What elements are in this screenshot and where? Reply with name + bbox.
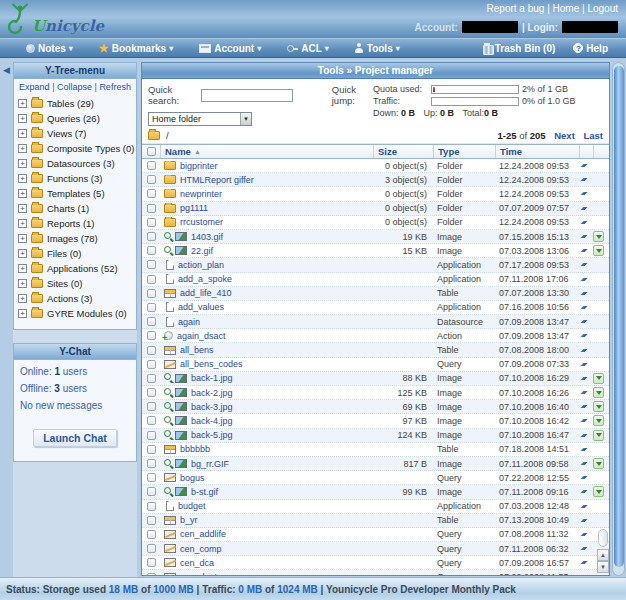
column-header-size[interactable]: Size <box>373 145 433 158</box>
preview-magnifier-icon[interactable] <box>164 373 173 383</box>
file-name-link[interactable]: bg_rr.GIF <box>191 459 229 469</box>
scroll-up-button[interactable]: ▲ <box>597 549 609 561</box>
sidebar-item-composite[interactable]: +Composite Types (0) <box>18 141 136 156</box>
edit-pencil-icon[interactable] <box>579 207 588 210</box>
expand-plus-icon[interactable]: + <box>18 174 27 183</box>
edit-pencil-icon[interactable] <box>579 235 588 238</box>
edit-pencil-icon[interactable] <box>579 547 588 550</box>
edit-pencil-icon[interactable] <box>579 391 588 394</box>
edit-pencil-icon[interactable] <box>579 349 588 352</box>
expand-plus-icon[interactable]: + <box>18 144 27 153</box>
edit-pencil-icon[interactable] <box>579 278 588 281</box>
edit-pencil-icon[interactable] <box>579 505 588 508</box>
help-button[interactable]: ? Help <box>573 43 608 54</box>
download-button[interactable] <box>593 458 604 469</box>
edit-pencil-icon[interactable] <box>579 263 588 266</box>
row-checkbox[interactable] <box>147 360 156 369</box>
sidebar-item-actions[interactable]: +Actions (3) <box>18 291 136 306</box>
row-checkbox[interactable] <box>147 416 156 425</box>
row-checkbox[interactable] <box>147 516 156 525</box>
row-checkbox[interactable] <box>147 346 156 355</box>
expand-plus-icon[interactable]: + <box>18 249 27 258</box>
row-checkbox[interactable] <box>147 246 156 255</box>
row-checkbox[interactable] <box>147 204 156 213</box>
column-header-name[interactable]: Name▲ <box>160 145 373 158</box>
row-checkbox[interactable] <box>147 189 156 198</box>
file-name-link[interactable]: cen_dept <box>180 572 217 575</box>
row-checkbox[interactable] <box>147 175 156 184</box>
file-name-link[interactable]: again <box>178 317 200 327</box>
edit-pencil-icon[interactable] <box>579 462 588 465</box>
file-name-link[interactable]: pg1111 <box>180 203 208 213</box>
expand-plus-icon[interactable]: + <box>18 129 27 138</box>
edit-pencil-icon[interactable] <box>579 561 588 564</box>
quick-search-input[interactable] <box>201 89 293 102</box>
file-name-link[interactable]: back-3.jpg <box>191 402 233 412</box>
row-checkbox[interactable] <box>147 487 156 496</box>
collapse-link[interactable]: Collapse <box>57 82 92 92</box>
toolbar-item-account[interactable]: Account▾ <box>199 43 261 54</box>
sidebar-item-reports[interactable]: +Reports (1) <box>18 216 136 231</box>
file-name-link[interactable]: bbbbbb <box>180 444 210 454</box>
sidebar-item-queries[interactable]: +Queries (26) <box>18 111 136 126</box>
expand-plus-icon[interactable]: + <box>18 234 27 243</box>
edit-pencil-icon[interactable] <box>579 178 588 181</box>
preview-magnifier-icon[interactable] <box>164 430 173 440</box>
edit-pencil-icon[interactable] <box>579 419 588 422</box>
row-checkbox[interactable] <box>147 161 156 170</box>
next-page-link[interactable]: Next <box>554 130 575 141</box>
current-folder-icon[interactable] <box>148 131 160 140</box>
sidebar-item-templates[interactable]: +Templates (5) <box>18 186 136 201</box>
edit-pencil-icon[interactable] <box>579 292 588 295</box>
row-checkbox[interactable] <box>147 558 156 567</box>
row-checkbox[interactable] <box>147 573 156 575</box>
download-button[interactable] <box>593 387 604 398</box>
row-checkbox[interactable] <box>147 530 156 539</box>
file-name-link[interactable]: add_life_410 <box>180 288 232 298</box>
toolbar-item-acl[interactable]: ACL▾ <box>287 43 329 54</box>
file-name-link[interactable]: newprinter <box>180 189 222 199</box>
edit-pencil-icon[interactable] <box>579 448 588 451</box>
row-checkbox[interactable] <box>147 303 156 312</box>
report-a-bug-link[interactable]: Report a bug <box>487 3 545 14</box>
row-checkbox[interactable] <box>147 402 156 411</box>
preview-magnifier-icon[interactable] <box>164 402 173 412</box>
file-name-link[interactable]: all_bens_codes <box>180 359 243 369</box>
expand-plus-icon[interactable]: + <box>18 219 27 228</box>
preview-magnifier-icon[interactable] <box>164 459 173 469</box>
edit-pencil-icon[interactable] <box>579 320 588 323</box>
preview-magnifier-icon[interactable] <box>164 388 173 398</box>
expand-link[interactable]: Expand <box>19 82 50 92</box>
edit-pencil-icon[interactable] <box>579 221 588 224</box>
sidebar-item-functions[interactable]: +Functions (3) <box>18 171 136 186</box>
download-button[interactable] <box>593 415 604 426</box>
file-name-link[interactable]: again_dsact <box>177 331 226 341</box>
row-checkbox[interactable] <box>147 331 156 340</box>
toolbar-item-tools[interactable]: Tools▾ <box>355 43 400 54</box>
folder-select[interactable]: Home folder ▼ <box>148 112 252 126</box>
file-name-link[interactable]: back-4.jpg <box>191 416 233 426</box>
edit-pencil-icon[interactable] <box>579 192 588 195</box>
sidebar-item-gyre[interactable]: +GYRE Modules (0) <box>18 306 136 321</box>
download-button[interactable] <box>593 245 604 256</box>
edit-pencil-icon[interactable] <box>579 334 588 337</box>
select-all-checkbox[interactable] <box>147 147 156 156</box>
expand-plus-icon[interactable]: + <box>18 279 27 288</box>
edit-pencil-icon[interactable] <box>579 476 588 479</box>
edit-pencil-icon[interactable] <box>579 533 588 536</box>
file-name-link[interactable]: rrcustomer <box>180 217 223 227</box>
file-name-link[interactable]: add_values <box>178 302 224 312</box>
toolbar-item-notes[interactable]: Notes▾ <box>26 43 73 54</box>
sidebar-item-sites[interactable]: +Sites (0) <box>18 276 136 291</box>
expand-plus-icon[interactable]: + <box>18 264 27 273</box>
row-checkbox[interactable] <box>147 502 156 511</box>
home-link[interactable]: Home <box>553 3 580 14</box>
expand-plus-icon[interactable]: + <box>18 309 27 318</box>
toolbar-item-bookmarks[interactable]: ★Bookmarks▾ <box>99 43 173 54</box>
last-page-link[interactable]: Last <box>583 130 603 141</box>
column-header-type[interactable]: Type <box>433 145 495 158</box>
expand-plus-icon[interactable]: + <box>18 99 27 108</box>
sidebar-item-files[interactable]: +Files (0) <box>18 246 136 261</box>
trash-bin-button[interactable]: Trash Bin (0) <box>483 43 556 54</box>
table-scrollbar-thumb[interactable] <box>598 529 608 547</box>
